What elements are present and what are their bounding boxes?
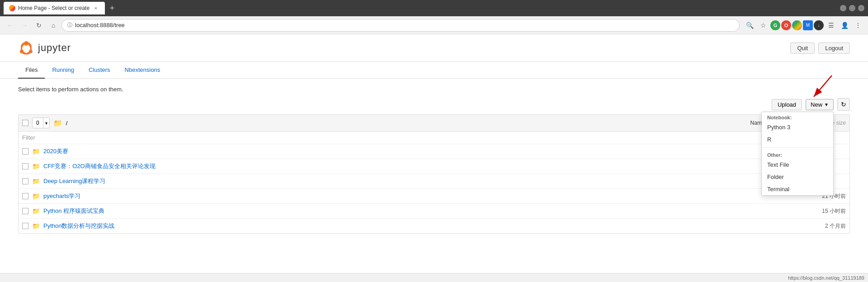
file-link[interactable]: CFF竞赛：O2O商铺食品安全相关评论发现 (43, 162, 842, 170)
status-bar: https://blog.csdn.net/qq_31119189 (0, 273, 868, 282)
folder-icon: 📁 (32, 148, 40, 155)
select-all-checkbox[interactable] (22, 120, 28, 126)
tab-close-button[interactable]: × (92, 5, 99, 12)
extension-google-icon[interactable] (792, 20, 802, 30)
upload-button[interactable]: Upload (772, 99, 802, 110)
action-text: Select items to perform actions on them. (18, 86, 850, 93)
profile-icon[interactable]: 👤 (838, 19, 851, 32)
table-row[interactable]: 📁 Python 程序猿面试宝典 15 小时前 (19, 204, 849, 219)
count-dropdown-icon[interactable]: ▾ (43, 118, 49, 128)
status-url: https://blog.csdn.net/qq_31119189 (788, 275, 864, 281)
browser-titlebar: Home Page - Select or create × + ─ □ × (0, 0, 868, 16)
row-checkbox[interactable] (22, 148, 28, 155)
row-checkbox[interactable] (22, 163, 28, 169)
address-lock-icon: ⓘ (67, 22, 72, 28)
extension-blue-icon[interactable]: M (803, 20, 813, 30)
address-bar[interactable]: ⓘ localhost:8888/tree (61, 19, 740, 32)
folder-icon: 📁 (32, 193, 40, 200)
table-row[interactable]: 📁 CFF竞赛：O2O商铺食品安全相关评论发现 (19, 159, 849, 174)
quit-button[interactable]: Quit (790, 42, 815, 54)
dropdown-item-r[interactable]: R (762, 133, 833, 146)
tab-clusters[interactable]: Clusters (81, 62, 118, 79)
filter-label: Filter (22, 134, 35, 141)
tab-title: Home Page - Select or create (18, 5, 90, 11)
filter-row: Filter (19, 132, 849, 144)
new-button-label: New (811, 101, 822, 108)
forward-button[interactable]: → (18, 19, 31, 32)
tab-nbextensions[interactable]: Nbextensions (118, 62, 168, 79)
row-checkbox[interactable] (22, 223, 28, 229)
folder-icon: 📁 (32, 207, 40, 215)
toolbar-icons: 🔍 ☆ G O M ↓ ☰ 👤 ⋮ (743, 19, 864, 32)
table-row[interactable]: 📁 Python数据分析与挖据实战 2 个月前 (19, 219, 849, 233)
svg-point-4 (19, 41, 33, 56)
header-buttons: Quit Logout (790, 42, 850, 54)
bookmark-star-icon[interactable]: ☆ (757, 19, 769, 32)
extension-dark-icon[interactable]: ↓ (814, 20, 824, 30)
tab-running[interactable]: Running (45, 62, 81, 79)
table-row[interactable]: 📁 2020美赛 (19, 144, 849, 159)
tabs-bar: Files Running Clusters Nbextensions (0, 62, 868, 79)
browser-chrome: Home Page - Select or create × + ─ □ × ←… (0, 0, 868, 34)
bookmarks-icon[interactable]: ☰ (825, 19, 837, 32)
row-checkbox[interactable] (22, 193, 28, 199)
page-content: jupyter Quit Logout Files Running Cluste… (0, 34, 868, 282)
dropdown-item-terminal[interactable]: Terminal (762, 183, 833, 195)
new-button-caret-icon: ▼ (824, 102, 829, 107)
address-text: localhost:8888/tree (75, 22, 734, 28)
jupyter-logo-icon (18, 40, 34, 56)
current-dir-folder-icon: 📁 (53, 119, 62, 127)
reload-button[interactable]: ↻ (33, 19, 45, 32)
menu-icon[interactable]: ⋮ (852, 19, 864, 32)
new-tab-button[interactable]: + (107, 3, 118, 14)
folder-icon: 📁 (32, 222, 40, 230)
refresh-icon: ↻ (841, 101, 846, 108)
new-button[interactable]: New ▼ (806, 99, 834, 110)
maximize-button[interactable]: □ (849, 5, 855, 11)
table-row[interactable]: 📁 pyecharts学习 21 小时前 (19, 189, 849, 204)
browser-tab[interactable]: Home Page - Select or create × (4, 2, 105, 14)
dropdown-item-python3[interactable]: Python 3 (762, 121, 833, 133)
back-button[interactable]: ← (4, 19, 16, 32)
tab-favicon-icon (9, 5, 15, 11)
home-button[interactable]: ⌂ (47, 19, 60, 32)
file-modified: 15 小时前 (822, 207, 846, 215)
logout-button[interactable]: Logout (818, 42, 850, 54)
extension-green-icon[interactable]: G (770, 20, 780, 30)
jupyter-logo: jupyter (18, 40, 71, 56)
dropdown-divider (762, 147, 833, 148)
table-row[interactable]: 📁 Deep Learning课程学习 (19, 174, 849, 189)
refresh-button[interactable]: ↻ (837, 98, 850, 111)
file-link[interactable]: pyecharts学习 (43, 192, 818, 200)
other-section-label: Other: (762, 150, 833, 159)
row-checkbox[interactable] (22, 178, 28, 184)
count-display: 0 ▾ (32, 118, 50, 128)
count-number: 0 (33, 118, 43, 128)
file-modified: 2 个月前 (825, 222, 846, 230)
tab-files[interactable]: Files (18, 62, 45, 79)
dropdown-item-folder[interactable]: Folder (762, 171, 833, 183)
jupyter-logo-text: jupyter (38, 42, 71, 54)
browser-toolbar: ← → ↻ ⌂ ⓘ localhost:8888/tree 🔍 ☆ G O M … (0, 16, 868, 34)
file-link[interactable]: Python数据分析与挖据实战 (43, 222, 821, 230)
search-icon[interactable]: 🔍 (743, 19, 756, 32)
notebook-section-label: Notebook: (762, 112, 833, 121)
current-path: / (66, 120, 68, 127)
dropdown-item-textfile[interactable]: Text File (762, 159, 833, 171)
file-table-header: 0 ▾ 📁 / Name ↓ Last Modified File size (19, 115, 849, 132)
folder-icon: 📁 (32, 178, 40, 185)
main-area: Select items to perform actions on them.… (0, 79, 868, 241)
jupyter-header: jupyter Quit Logout (0, 34, 868, 62)
row-checkbox[interactable] (22, 208, 28, 214)
toolbar-row: Upload New ▼ ↻ Notebook: Python 3 R Othe… (18, 98, 850, 111)
folder-icon: 📁 (32, 163, 40, 170)
file-table: 0 ▾ 📁 / Name ↓ Last Modified File size F… (18, 114, 850, 234)
close-window-button[interactable]: × (858, 5, 864, 11)
file-link[interactable]: Deep Learning课程学习 (43, 177, 842, 185)
new-dropdown-menu: Notebook: Python 3 R Other: Text File Fo… (761, 112, 834, 196)
minimize-button[interactable]: ─ (840, 5, 846, 11)
file-link[interactable]: 2020美赛 (43, 147, 842, 155)
extension-red-icon[interactable]: O (781, 20, 791, 30)
file-link[interactable]: Python 程序猿面试宝典 (43, 207, 818, 215)
